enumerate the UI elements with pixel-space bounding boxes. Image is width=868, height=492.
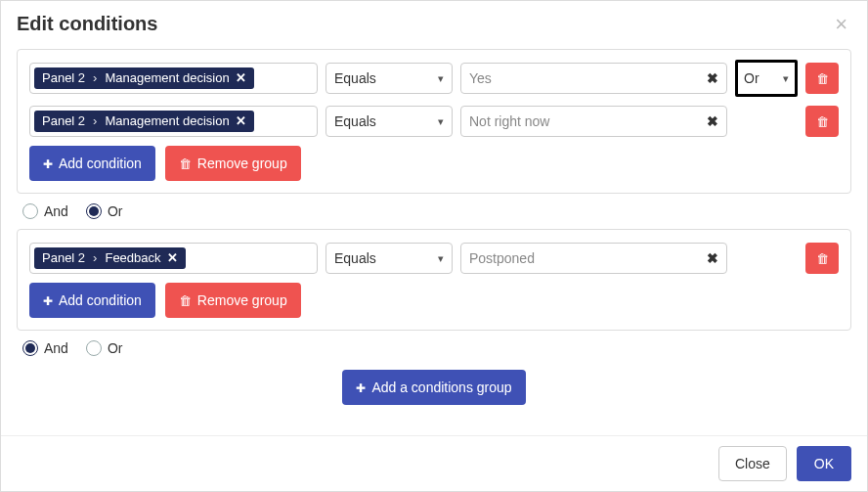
chip-panel: Panel 2 [42,70,85,87]
value-clear-icon[interactable]: ✖ [707,250,718,266]
close-icon[interactable]: × [831,14,851,35]
radio-label: Or [108,203,123,219]
add-condition-button[interactable]: Add condition [29,283,155,318]
dialog-body: Panel 2 › Management decision ✕ Equals ▾… [1,43,867,435]
value-clear-icon[interactable]: ✖ [707,70,718,86]
field-chip: Panel 2 › Feedback ✕ [34,247,186,270]
trash-icon [179,292,192,308]
operator-label: Equals [334,250,376,266]
field-chip: Panel 2 › Management decision ✕ [34,67,254,90]
radio-icon [22,203,38,219]
add-conditions-group-button[interactable]: Add a conditions group [342,370,525,405]
chevron-right-icon: › [93,70,97,87]
radio-label: And [44,340,68,356]
field-select[interactable]: Panel 2 › Management decision ✕ [29,63,318,94]
dialog-header: Edit conditions × [1,1,867,43]
chip-panel: Panel 2 [42,250,85,267]
field-select[interactable]: Panel 2 › Management decision ✕ [29,106,318,137]
edit-conditions-dialog: Edit conditions × Panel 2 › Management d… [0,0,868,492]
chevron-down-icon: ▾ [438,252,444,265]
radio-icon [86,340,102,356]
value-text: Yes [469,70,492,86]
delete-condition-button[interactable] [805,106,839,137]
ok-button[interactable]: OK [797,446,851,481]
operator-select[interactable]: Equals ▾ [326,63,453,94]
condition-group: Panel 2 › Management decision ✕ Equals ▾… [17,49,851,194]
plus-icon [43,292,53,308]
add-condition-button[interactable]: Add condition [29,146,155,181]
group-actions: Add condition Remove group [29,146,839,181]
value-text: Postponed [469,250,535,266]
chevron-right-icon: › [93,250,97,267]
operator-label: Equals [334,70,376,86]
condition-row: Panel 2 › Management decision ✕ Equals ▾… [29,60,839,97]
logic-label: Or [744,70,760,86]
remove-group-label: Remove group [197,292,287,308]
chip-field: Management decision [105,70,229,87]
trash-icon [816,70,829,86]
delete-condition-button[interactable] [805,63,839,94]
condition-row: Panel 2 › Feedback ✕ Equals ▾ Postponed … [29,240,839,277]
value-clear-icon[interactable]: ✖ [707,113,718,129]
value-input[interactable]: Not right now ✖ [460,106,727,137]
logic-and-radio[interactable]: And [22,203,68,219]
trash-icon [816,250,829,266]
add-group-label: Add a conditions group [371,380,511,395]
field-chip: Panel 2 › Management decision ✕ [34,111,254,133]
plus-icon [356,380,366,395]
chip-field: Feedback [105,250,160,267]
group-logic-selector: And Or [17,194,851,229]
condition-group: Panel 2 › Feedback ✕ Equals ▾ Postponed … [17,229,851,331]
radio-icon [22,340,38,356]
delete-condition-button[interactable] [805,243,839,274]
dialog-title: Edit conditions [17,13,157,35]
add-group-row: Add a conditions group [17,370,851,405]
chip-remove-icon[interactable]: ✕ [167,250,178,267]
value-input[interactable]: Postponed ✖ [460,243,727,274]
operator-select[interactable]: Equals ▾ [326,106,453,137]
logic-or-radio[interactable]: Or [86,340,123,356]
dialog-footer: Close OK [1,435,867,491]
logic-or-radio[interactable]: Or [86,203,123,219]
trash-icon [179,156,192,171]
radio-label: Or [108,340,123,356]
logic-placeholder [735,240,798,277]
add-condition-label: Add condition [59,156,142,171]
value-input[interactable]: Yes ✖ [460,63,727,94]
chevron-down-icon: ▾ [783,72,789,85]
plus-icon [43,156,53,171]
row-logic-select[interactable]: Or ▾ [735,60,798,97]
remove-group-label: Remove group [197,156,287,171]
remove-group-button[interactable]: Remove group [165,146,301,181]
chip-remove-icon[interactable]: ✕ [236,70,246,87]
group-actions: Add condition Remove group [29,283,839,318]
logic-and-radio[interactable]: And [22,340,68,356]
group-logic-selector: And Or [17,331,851,366]
chevron-down-icon: ▾ [438,72,444,85]
chevron-down-icon: ▾ [438,115,444,128]
condition-row: Panel 2 › Management decision ✕ Equals ▾… [29,103,839,140]
chip-panel: Panel 2 [42,113,85,130]
operator-label: Equals [334,113,376,129]
trash-icon [816,113,829,129]
value-text: Not right now [469,113,549,129]
operator-select[interactable]: Equals ▾ [326,243,453,274]
chevron-right-icon: › [93,113,97,130]
logic-placeholder [735,103,798,140]
remove-group-button[interactable]: Remove group [165,283,301,318]
chip-field: Management decision [105,113,229,130]
field-select[interactable]: Panel 2 › Feedback ✕ [29,243,318,274]
radio-label: And [44,203,68,219]
chip-remove-icon[interactable]: ✕ [236,113,246,130]
radio-icon [86,203,102,219]
close-button[interactable]: Close [718,446,787,481]
add-condition-label: Add condition [59,292,142,308]
